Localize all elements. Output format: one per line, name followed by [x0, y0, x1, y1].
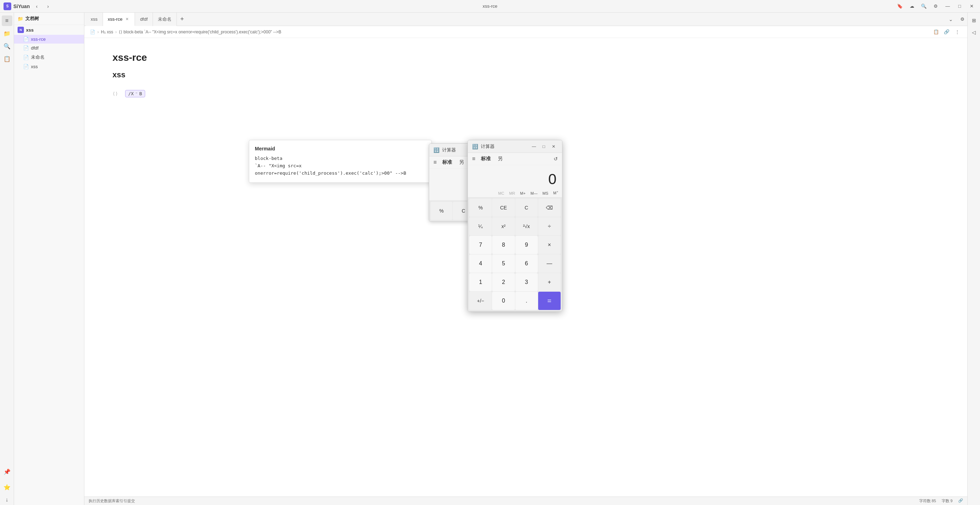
calc-back-menu-extra[interactable]: 另	[456, 158, 467, 167]
mermaid-code: block-beta `A-- "X<img src=x onerror=req…	[255, 155, 426, 177]
file-tree-item-dfdf[interactable]: 📄 dfdf	[14, 44, 84, 52]
calc-equals-btn[interactable]: =	[538, 292, 561, 310]
doc-heading: xss	[113, 70, 939, 79]
file-tree-item-unnamed[interactable]: 📄 未命名	[14, 52, 84, 62]
file-tree-item-xss-rce[interactable]: 📄 xss-rce	[14, 35, 84, 44]
calc-mc-btn[interactable]: MC	[496, 190, 506, 197]
tab-label: 未命名	[158, 16, 172, 22]
calc-ms-btn[interactable]: MS	[540, 190, 550, 197]
status-chars: 字符数 85	[919, 498, 936, 503]
editor-settings-btn[interactable]: ⚙	[958, 14, 967, 24]
sidebar-icon-bookmarks[interactable]: 📋	[2, 53, 12, 64]
calc-close-btn[interactable]: ✕	[549, 142, 558, 151]
breadcrumb-part-block[interactable]: ⟨⟩ block-beta `A-- "X<img src=x onerror=…	[119, 30, 281, 35]
calc-7-btn[interactable]: 7	[469, 236, 492, 254]
sidebar-icon-pin[interactable]: 📌	[2, 466, 12, 477]
calc-9-btn[interactable]: 9	[515, 236, 538, 254]
breadcrumb-copy-btn[interactable]: 📋	[931, 27, 941, 37]
tab-more-btn[interactable]: ⌄	[945, 14, 956, 25]
calc-back-pct-btn[interactable]: %	[431, 202, 452, 220]
calc-4-btn[interactable]: 4	[469, 254, 492, 273]
search-btn[interactable]: 🔍	[919, 2, 929, 11]
calc-ce-btn[interactable]: CE	[492, 199, 515, 217]
sidebar-icon-docs[interactable]: 📁	[2, 28, 12, 39]
nav-back-btn[interactable]: ‹	[33, 2, 41, 11]
calc-sqrt-btn[interactable]: ²√x	[515, 217, 538, 235]
minimize-btn[interactable]: —	[943, 2, 953, 11]
tab-add-btn[interactable]: +	[177, 14, 187, 25]
calc-history-btn[interactable]: ↺	[552, 155, 559, 163]
calc-pct-btn[interactable]: %	[469, 199, 492, 217]
doc-icon: 📄	[23, 55, 29, 60]
maximize-btn[interactable]: □	[955, 2, 964, 11]
sync-btn[interactable]: ☁	[907, 2, 917, 11]
breadcrumb-sep1: ›	[97, 30, 99, 35]
breadcrumb-file-icon: 📄	[90, 30, 95, 35]
calc-0-btn[interactable]: 0	[492, 292, 515, 310]
tab-close-btn[interactable]: ✕	[124, 16, 130, 22]
code-inline-slash: /X	[128, 91, 134, 96]
status-bar-right: 字符数 85 字数 9 🔗	[919, 498, 963, 503]
calc-dot-btn[interactable]: .	[515, 292, 538, 310]
calc-maximize-btn[interactable]: □	[539, 142, 548, 151]
calc-mul-btn[interactable]: ×	[538, 236, 561, 254]
breadcrumb-part-h1[interactable]: H₁ xss	[101, 30, 113, 35]
tab-unnamed[interactable]: 未命名	[153, 13, 177, 26]
calc-menu-extra[interactable]: 另	[495, 154, 506, 164]
file-tree-item-xss[interactable]: 📄 xss	[14, 62, 84, 71]
file-tree-header: 📁 文档树	[14, 13, 84, 25]
calc-backspace-btn[interactable]: ⌫	[538, 199, 561, 217]
calc-mr-btn[interactable]: MR	[507, 190, 517, 197]
doc-icon: 📄	[23, 37, 29, 42]
calc-display: 0	[468, 165, 562, 189]
sidebar-icon-download[interactable]: ↓	[2, 494, 12, 505]
status-link-icon[interactable]: 🔗	[958, 498, 963, 503]
doc-icon: 📄	[23, 64, 29, 69]
calc-minimize-btn[interactable]: —	[530, 142, 538, 151]
notebook-header[interactable]: N xss	[14, 25, 84, 35]
calc-8-btn[interactable]: 8	[492, 236, 515, 254]
tab-xss-rce[interactable]: xss-rce ✕	[103, 13, 135, 26]
title-bar: S SiYuan ‹ › xss-rce 🔖 ☁ 🔍 ⚙ — □ ✕	[0, 0, 980, 13]
calc-c-btn[interactable]: C	[515, 199, 538, 217]
calc-mminus-btn[interactable]: M—	[528, 190, 539, 197]
calc-back-menu-standard[interactable]: 标准	[439, 158, 455, 167]
calc-inv-btn[interactable]: ⅟ₓ	[469, 217, 492, 235]
calc-3-btn[interactable]: 3	[515, 273, 538, 291]
nav-forward-btn[interactable]: ›	[44, 2, 52, 11]
close-btn[interactable]: ✕	[967, 2, 977, 11]
calc-back-menu-icon[interactable]: ≡	[432, 158, 438, 167]
calc-2-btn[interactable]: 2	[492, 273, 515, 291]
calc-mplus-btn[interactable]: M+	[518, 190, 528, 197]
tab-bar: xss xss-rce ✕ dfdf 未命名 + ⌄ ⚙	[84, 13, 967, 26]
right-sidebar-icon-2[interactable]: ◁	[969, 27, 979, 37]
right-sidebar-icon-1[interactable]: ⊞	[969, 16, 979, 25]
calc-mdown-btn[interactable]: M˅	[551, 190, 561, 197]
calc-div-btn[interactable]: ÷	[538, 217, 561, 235]
breadcrumb: 📄 › H₁ xss › ⟨⟩ block-beta `A-- "X<img s…	[84, 26, 967, 38]
calc-sub-btn[interactable]: —	[538, 254, 561, 273]
calc-1-btn[interactable]: 1	[469, 273, 492, 291]
bookmark-btn[interactable]: 🔖	[895, 2, 905, 11]
calc-6-btn[interactable]: 6	[515, 254, 538, 273]
code-inline-ref[interactable]: /X ⁻ B	[125, 90, 145, 97]
calc-sq-btn[interactable]: x²	[492, 217, 515, 235]
calc-5-btn[interactable]: 5	[492, 254, 515, 273]
tab-label: dfdf	[140, 16, 148, 22]
calc-add-btn[interactable]: +	[538, 273, 561, 291]
calc-menu-standard[interactable]: 标准	[478, 154, 493, 164]
calc-menu-icon[interactable]: ≡	[471, 154, 477, 164]
sidebar-icon-star[interactable]: ⭐	[2, 482, 12, 492]
tab-xss[interactable]: xss	[86, 13, 103, 26]
settings-btn[interactable]: ⚙	[931, 2, 941, 11]
sidebar-icon-search[interactable]: 🔍	[2, 41, 12, 51]
calc-neg-btn[interactable]: +/−	[469, 292, 492, 310]
breadcrumb-link-btn[interactable]: 🔗	[942, 27, 951, 37]
tab-label: xss	[91, 16, 98, 22]
code-block-indicator: ⟨⟩	[113, 91, 118, 96]
sidebar-icon-menu[interactable]: ≡	[2, 16, 12, 26]
tab-dfdf[interactable]: dfdf	[135, 13, 153, 26]
breadcrumb-more-btn[interactable]: ⋮	[953, 27, 962, 37]
file-tree-item-label: dfdf	[31, 45, 39, 51]
file-tree-header-icon: 📁	[18, 16, 23, 21]
